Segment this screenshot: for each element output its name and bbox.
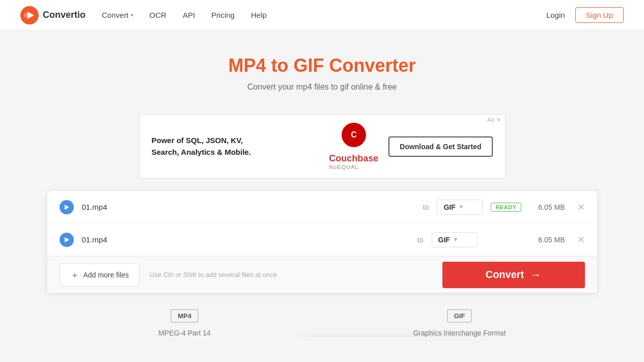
ad-brand-sub: NoEQUAL: [329, 164, 378, 170]
close-button-2[interactable]: ✕: [577, 234, 585, 245]
format-dropdown-1[interactable]: GIF ▾: [437, 200, 483, 215]
convert-label: Convert: [486, 269, 524, 281]
format-label-1: GIF: [443, 203, 455, 211]
file-row: 01.mp4 to GIF ▾ READY 6.05 MB ✕: [47, 191, 597, 224]
file-row-2: 01.mp4 to GIF ▾ 6.05 MB ✕: [47, 224, 597, 256]
file-size-2: 6.05 MB: [529, 236, 565, 244]
nav-help[interactable]: Help: [251, 11, 267, 19]
status-badge-1: READY: [491, 203, 521, 212]
info-card-mp4: MP4 MPEG-4 Part 14: [58, 309, 312, 337]
arrow-icon: →: [530, 268, 541, 282]
hero-section: MP4 to GIF Converter Convert your mp4 fi…: [0, 31, 644, 104]
nav-convert[interactable]: Convert ▾: [102, 11, 133, 19]
logo[interactable]: Convertio: [20, 6, 86, 24]
play-button-1[interactable]: [60, 200, 74, 214]
format-label-2: GIF: [438, 236, 450, 244]
to-label-1: to: [423, 203, 429, 211]
add-files-label: Add more files: [83, 271, 129, 279]
play-button-2[interactable]: [60, 233, 74, 247]
converter-area: 01.mp4 to GIF ▾ READY 6.05 MB ✕ 01.mp4 t…: [47, 191, 597, 293]
nav-ocr[interactable]: OCR: [150, 11, 166, 19]
ad-brand: Couchbase NoEQUAL: [329, 153, 378, 170]
info-desc-gif: Graphics Interchange Format: [332, 329, 587, 337]
ad-logo: C Couchbase NoEQUAL: [329, 123, 378, 170]
navbar-actions: Login Sign Up: [546, 7, 624, 23]
convert-button[interactable]: Convert →: [442, 262, 585, 288]
info-card-gif: GIF Graphics Interchange Format: [332, 309, 587, 337]
page-title: MP4 to GIF Converter: [10, 55, 634, 76]
plus-icon: ＋: [70, 269, 79, 281]
file-name-2: 01.mp4: [82, 235, 409, 244]
info-section: MP4 MPEG-4 Part 14 GIF Graphics Intercha…: [47, 309, 597, 337]
dropdown-chevron-1: ▾: [460, 204, 463, 210]
ad-close-icon[interactable]: ✕: [496, 117, 501, 123]
svg-text:C: C: [351, 130, 357, 139]
info-desc-mp4: MPEG-4 Part 14: [58, 329, 312, 337]
logo-text: Convertio: [43, 10, 86, 20]
info-badge-gif: GIF: [447, 309, 472, 323]
ad-cta-button[interactable]: Download & Get Started: [388, 136, 492, 157]
login-button[interactable]: Login: [546, 11, 565, 19]
ad-brand-name: Couchbase: [329, 153, 378, 164]
format-dropdown-2[interactable]: GIF ▾: [432, 232, 478, 247]
nav-pricing[interactable]: Pricing: [211, 11, 235, 19]
nav-links: Convert ▾ OCR API Pricing Help: [102, 11, 546, 19]
hint-text: Use Ctrl or Shift to add several files a…: [150, 271, 432, 279]
hero-subtitle: Convert your mp4 files to gif online & f…: [10, 82, 634, 92]
nav-api[interactable]: API: [183, 11, 195, 19]
navbar: Convertio Convert ▾ OCR API Pricing Help…: [0, 0, 644, 31]
file-name-1: 01.mp4: [82, 203, 415, 211]
signup-button[interactable]: Sign Up: [575, 7, 624, 23]
to-label-2: to: [417, 236, 424, 244]
ad-controls: Ad ✕: [487, 117, 500, 123]
couchbase-icon: C: [342, 123, 366, 147]
file-size-1: 6.05 MB: [529, 203, 565, 211]
bottom-bar: ＋ Add more files Use Ctrl or Shift to ad…: [47, 256, 597, 293]
ad-banner: Ad ✕ Power of SQL, JSON, KV,Search, Anal…: [139, 114, 506, 179]
info-badge-mp4: MP4: [171, 309, 199, 323]
add-files-button[interactable]: ＋ Add more files: [60, 263, 139, 287]
chevron-down-icon: ▾: [131, 12, 133, 18]
svg-point-2: [24, 13, 29, 18]
dropdown-chevron-2: ▾: [454, 236, 457, 243]
ad-text: Power of SQL, JSON, KV,Search, Analytics…: [152, 135, 319, 158]
logo-icon: [20, 6, 39, 24]
close-button-1[interactable]: ✕: [577, 202, 585, 213]
ad-tag: Ad: [487, 117, 494, 123]
